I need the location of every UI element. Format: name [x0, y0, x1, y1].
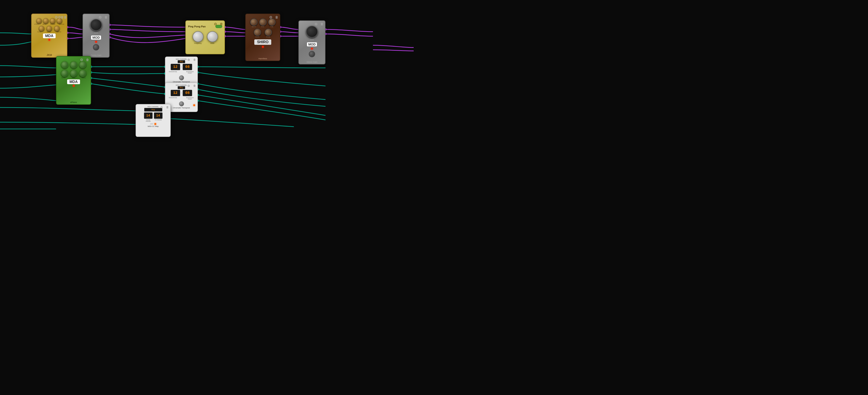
pp-freq-knob[interactable]	[193, 31, 204, 42]
ccmap-to-display[interactable]: 14	[154, 112, 162, 119]
jx10-decay-knob[interactable]	[43, 18, 49, 24]
stereo-gain-2-pedal: ⚙ 🗑 GAIN MOD Stereo Gain	[298, 20, 326, 64]
ccmap-channel-label: MIDI CHANNEL	[147, 106, 159, 108]
jx10-labels-row2: FILTER RESON VIBRATO	[32, 31, 67, 33]
harmless-gear-icon[interactable]: ⚙	[269, 15, 273, 20]
epiano-trash-icon[interactable]: 🗑	[85, 57, 90, 62]
harmless-name: Harmless	[246, 57, 280, 60]
ct2-transpose-display[interactable]: 12	[170, 90, 180, 96]
sg2-gain-knob[interactable]	[306, 26, 318, 37]
ct2-trash-icon[interactable]: 🗑	[192, 83, 197, 88]
ct2-main-knob[interactable]	[179, 101, 184, 106]
ccmap-controls: ⚙ 🗑	[159, 105, 170, 110]
epiano-labels: DEPTH RATE TREBLE	[57, 77, 91, 79]
sg1-led	[95, 41, 97, 43]
sg1-gain-knob-container	[90, 19, 102, 32]
jx10-filter-knob[interactable]	[39, 26, 44, 31]
mda-jx10-pedal: ⚙ 🗑 ATTACK DECAY SUSTAIN RELEASE FILTER …	[31, 13, 67, 58]
ct1-trash-icon[interactable]: 🗑	[192, 57, 197, 62]
chrom-trans-1-pedal: ⚙ 🗑 MIDI CHANNEL Any 12 · 08 TRANSPOSE I…	[165, 57, 198, 86]
epiano-controls: ⚙ 🗑	[79, 57, 90, 62]
harmless-tone: TONE	[268, 19, 276, 27]
harmless-rate-knob[interactable]	[259, 19, 267, 26]
ct2-transpose-label: TRANSPOSE	[168, 97, 178, 100]
sg2-gear-icon[interactable]: ⚙	[314, 22, 318, 26]
sg1-foot-knob	[93, 44, 99, 51]
ct2-gear-icon[interactable]: ⚙	[186, 83, 191, 88]
harmless-rate: RATE	[259, 19, 267, 27]
ct2-inversion-display[interactable]: 08	[183, 90, 192, 96]
jx10-gear-icon[interactable]: ⚙	[56, 15, 60, 20]
pp-gear-icon[interactable]: ⚙	[213, 22, 218, 26]
jx10-attack-knob[interactable]	[36, 18, 42, 24]
harmless-led	[262, 46, 264, 48]
ct2-midi-channel-value[interactable]: Any	[178, 86, 185, 89]
ct2-led	[193, 104, 195, 106]
sg1-trash-icon[interactable]: 🗑	[104, 15, 108, 20]
harmless-tone-knob[interactable]	[268, 19, 276, 26]
sg2-mod-badge: MOD	[307, 42, 317, 46]
harmless-trash-icon[interactable]: 🗑	[274, 15, 279, 20]
harmless-shape: SHAPE	[254, 29, 261, 37]
ct1-inversion-label: INVERSION POINT	[185, 71, 195, 74]
ccmap-gear-icon[interactable]: ⚙	[159, 105, 164, 110]
ccmap-from-display[interactable]: 14	[144, 112, 153, 119]
ct1-separator: ·	[181, 64, 182, 70]
pp-knobs: Frequency Width	[193, 31, 218, 44]
pp-title: Ping Pong Pan	[188, 25, 206, 28]
stereo-gain-1-pedal: ⚙ 🗑 GAIN MOD Stereo Gain	[83, 13, 110, 58]
epiano-knob1[interactable]	[61, 61, 68, 68]
pp-width-label: Width	[211, 43, 215, 44]
epiano-knob3[interactable]	[79, 61, 86, 68]
epiano-knob5[interactable]	[70, 70, 77, 77]
sg2-foot-knob-ctrl[interactable]	[309, 51, 315, 57]
ct1-midi-channel-label: MIDI CHANNEL	[176, 58, 187, 60]
ct1-transpose-label: TRANSPOSE	[168, 71, 178, 74]
harmless-depth: DEPTH	[250, 19, 257, 27]
ct1-gear-icon[interactable]: ⚙	[186, 57, 191, 62]
ct1-midi-channel-value[interactable]: Any	[178, 60, 185, 63]
jx10-trash-icon[interactable]: 🗑	[61, 15, 66, 20]
midi-cc-map-pedal: ⚙ 🗑 MIDI CHANNEL Any 14 14 FROM PARAM TO…	[135, 104, 170, 137]
epiano-gear-icon[interactable]: ⚙	[79, 57, 84, 62]
sg2-trash-icon[interactable]: 🗑	[320, 22, 324, 26]
sg2-led	[311, 48, 313, 50]
epiano-knob6[interactable]	[79, 70, 86, 77]
ct2-title: Chromatic Transpose	[173, 107, 190, 109]
harmless-depth-knob[interactable]	[250, 19, 257, 26]
harmless-phase-knob[interactable]	[265, 29, 272, 36]
pp-freq-container: Frequency	[193, 31, 204, 44]
epiano-knobs-row1	[59, 61, 89, 68]
jx10-controls: ⚙ 🗑	[56, 15, 66, 20]
ct1-controls: ⚙ 🗑	[186, 57, 197, 62]
pp-width-container: Width	[207, 31, 218, 44]
jx10-vibrato-knob[interactable]	[54, 26, 60, 31]
jx10-reson-knob[interactable]	[46, 26, 52, 31]
sg1-gear-icon[interactable]: ⚙	[98, 15, 102, 20]
harmless-shape-knob[interactable]	[254, 29, 261, 36]
ccmap-logo: x42	[150, 123, 153, 125]
ct1-inversion-display[interactable]: 08	[183, 64, 192, 70]
shiro-badge: SHIRO	[254, 39, 271, 45]
ccmap-trash-icon[interactable]: 🗑	[165, 105, 170, 110]
epiano-knob2[interactable]	[70, 61, 77, 68]
harmless-controls: ⚙ 🗑	[269, 15, 279, 20]
sg2-gain-label: GAIN	[310, 39, 314, 40]
epiano-name: ePiano	[57, 101, 91, 103]
sg1-gain-knob[interactable]	[90, 19, 102, 31]
pp-freq-label: Frequency	[194, 43, 202, 44]
jx10-labels-row1: ATTACK DECAY SUSTAIN RELEASE	[32, 24, 67, 25]
pp-trash-icon[interactable]: 🗑	[219, 22, 223, 26]
pp-width-knob[interactable]	[207, 31, 218, 42]
ccmap-bottom-row: x42	[150, 123, 156, 125]
ct1-main-knob[interactable]	[179, 75, 184, 80]
ct2-midi-channel-label: MIDI CHANNEL	[176, 84, 187, 86]
ct1-transpose-display[interactable]: 12	[170, 64, 180, 70]
sg1-foot-knob-ctrl[interactable]	[93, 44, 99, 51]
sg2-name: Stereo Gain	[299, 61, 325, 63]
sg1-mod-badge: MOD	[91, 35, 101, 39]
harmless-knobs-row1: DEPTH RATE TONE	[248, 19, 278, 27]
ct2-separator: ·	[181, 90, 182, 96]
ct2-controls: ⚙ 🗑	[186, 83, 197, 88]
epiano-knob4[interactable]	[61, 70, 68, 77]
